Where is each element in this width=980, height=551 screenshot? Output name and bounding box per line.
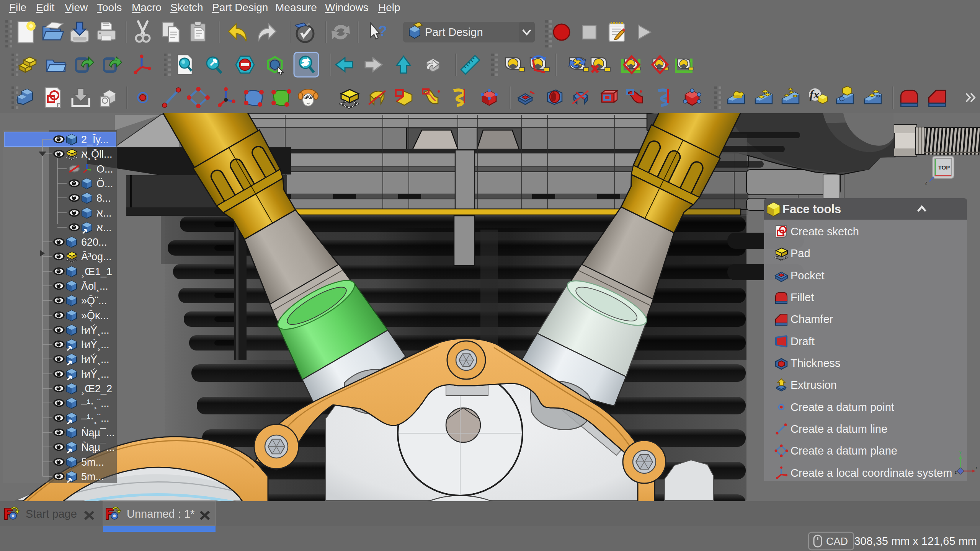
svg-text:ŀиÝ¸...: ŀиÝ¸... [81, 324, 109, 336]
svg-text:CAD: CAD [826, 536, 848, 547]
svg-text:א¸Ǭll...: א¸Ǭll... [81, 148, 112, 160]
svg-text:Part Design: Part Design [212, 2, 268, 13]
svg-text:8...: 8... [96, 192, 111, 204]
svg-text:ŀиÝ¸...: ŀиÝ¸... [81, 354, 109, 365]
svg-text:ŀиÝ¸...: ŀиÝ¸... [81, 339, 109, 351]
svg-text:Start page: Start page [26, 508, 77, 520]
svg-text:Ǹąµ¯...: Ǹąµ¯... [81, 442, 115, 453]
svg-text:Chamfer: Chamfer [791, 313, 833, 325]
svg-text:¸Œ1_1: ¸Œ1_1 [81, 266, 112, 278]
svg-text:Ö...: Ö... [96, 178, 113, 189]
svg-text:x: x [975, 465, 978, 470]
svg-text:2_Īy...: 2_Īy... [81, 134, 109, 145]
svg-text:Thickness: Thickness [791, 357, 841, 369]
svg-text:Āol¸...: Āol¸... [81, 280, 108, 292]
svg-text:Tools: Tools [97, 2, 122, 13]
svg-text:Edit: Edit [36, 2, 54, 13]
svg-text:Ǹąµ¯...: Ǹąµ¯... [81, 427, 115, 439]
svg-text:TOP: TOP [938, 164, 950, 171]
svg-text:O...: O... [96, 163, 113, 175]
svg-text:–¹·¸¨...: –¹·¸¨... [81, 398, 109, 409]
svg-text:5m...: 5m... [81, 471, 104, 483]
svg-text:z: z [925, 180, 928, 186]
svg-text:Pocket: Pocket [791, 269, 825, 282]
svg-text:Extrusion: Extrusion [791, 379, 837, 391]
svg-text:»Ǭ¨...: »Ǭ¨... [81, 295, 107, 306]
svg-text:Sketch: Sketch [170, 2, 203, 13]
svg-text:Part Design: Part Design [425, 26, 483, 38]
svg-text:File: File [9, 2, 26, 13]
svg-text:Unnamed : 1*: Unnamed : 1* [127, 508, 194, 520]
svg-text:Macro: Macro [132, 2, 162, 13]
svg-text:Measure: Measure [275, 2, 317, 13]
svg-text:Create sketch: Create sketch [791, 225, 859, 238]
svg-text:Create a datum line: Create a datum line [791, 423, 887, 435]
svg-text:»Ǭκ...: »Ǭκ... [81, 310, 109, 321]
svg-text:Face tools: Face tools [782, 202, 841, 216]
svg-text:Fillet: Fillet [791, 291, 814, 303]
svg-text:א...: א... [96, 207, 111, 219]
svg-text:Draft: Draft [791, 335, 815, 347]
svg-text:Create a datum point: Create a datum point [791, 401, 894, 413]
svg-text:Pad: Pad [791, 247, 810, 259]
svg-text:View: View [65, 2, 88, 13]
svg-text:5m...: 5m... [81, 456, 104, 468]
svg-text:Help: Help [378, 2, 400, 13]
svg-text:Create a datum plane: Create a datum plane [791, 445, 897, 457]
svg-text:620...: 620... [81, 236, 107, 248]
svg-text:א...: א... [96, 222, 111, 233]
svg-text:–¹·¸¨...: –¹·¸¨... [81, 412, 109, 424]
svg-text:308,35 mm x 121,65 mm: 308,35 mm x 121,65 mm [854, 535, 977, 547]
svg-text:ŀиÝ¸...: ŀиÝ¸... [81, 368, 109, 380]
svg-text:Ā³og...: Ā³og... [81, 251, 112, 262]
svg-text:Create a local coordinate syst: Create a local coordinate system [791, 467, 952, 479]
svg-text:?: ? [378, 23, 387, 39]
svg-text:Y: Y [959, 450, 962, 455]
svg-text:z: z [955, 470, 957, 474]
svg-text:¸Œ2_2: ¸Œ2_2 [81, 383, 112, 395]
svg-text:Windows: Windows [325, 2, 369, 13]
